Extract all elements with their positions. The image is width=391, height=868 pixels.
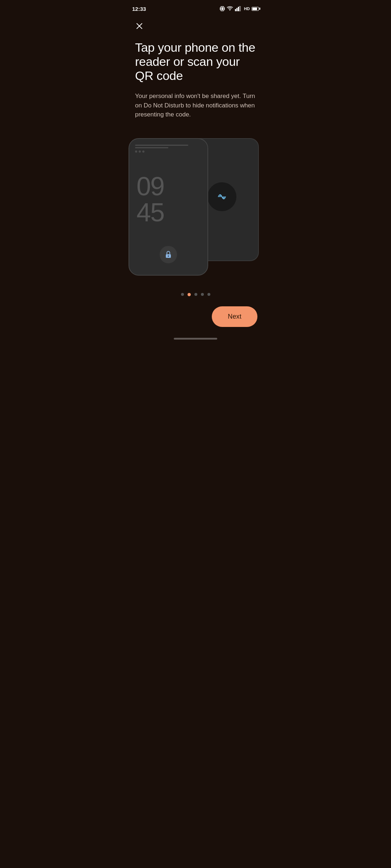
lock-icon <box>164 250 173 259</box>
main-title: Tap your phone on the reader or scan you… <box>135 41 256 83</box>
phone-status-bar1 <box>135 145 188 146</box>
status-icons: HD <box>220 6 259 12</box>
signal-icon <box>235 6 242 11</box>
phone-dots-row <box>135 150 202 153</box>
dot-5[interactable] <box>207 293 210 296</box>
svg-rect-5 <box>236 8 237 11</box>
nfc-icon <box>207 182 236 211</box>
status-bar: 12:33 HD <box>125 0 266 16</box>
next-button[interactable]: Next <box>212 306 257 327</box>
home-indicator <box>125 334 266 342</box>
home-bar <box>174 338 217 340</box>
svg-rect-1 <box>222 7 223 10</box>
illustration-area: 09 45 <box>125 131 266 283</box>
content-area: Tap your phone on the reader or scan you… <box>125 33 266 119</box>
phone-time-minutes: 45 <box>136 199 164 225</box>
phone-time-display: 09 45 <box>129 173 207 225</box>
phone-dot-3 <box>142 150 144 153</box>
dot-4[interactable] <box>201 293 204 296</box>
pagination-dots <box>125 283 266 303</box>
close-icon <box>135 22 144 30</box>
nfc-waves-icon <box>214 189 230 205</box>
close-button[interactable] <box>132 19 147 33</box>
phone-dot-1 <box>135 150 137 153</box>
phone-notch-area <box>129 145 207 153</box>
bottom-area: Next <box>125 303 266 334</box>
wifi-icon <box>227 6 233 11</box>
hd-label: HD <box>244 7 250 11</box>
dot-3[interactable] <box>194 293 197 296</box>
status-time: 12:33 <box>132 6 146 12</box>
phone-time-hours: 09 <box>136 173 164 199</box>
dot-1[interactable] <box>181 293 184 296</box>
vibrate-icon <box>220 6 225 12</box>
phone-lock-icon <box>160 246 177 263</box>
svg-rect-4 <box>235 9 236 11</box>
svg-rect-7 <box>239 6 240 11</box>
dot-2-active[interactable] <box>188 293 191 296</box>
svg-point-12 <box>168 255 169 256</box>
phone-front: 09 45 <box>129 138 208 276</box>
svg-rect-6 <box>238 7 239 11</box>
subtitle: Your personal info won't be shared yet. … <box>135 92 256 119</box>
battery-icon <box>252 7 259 11</box>
phone-dot-2 <box>139 150 141 153</box>
phone-status-bar2 <box>135 147 168 148</box>
